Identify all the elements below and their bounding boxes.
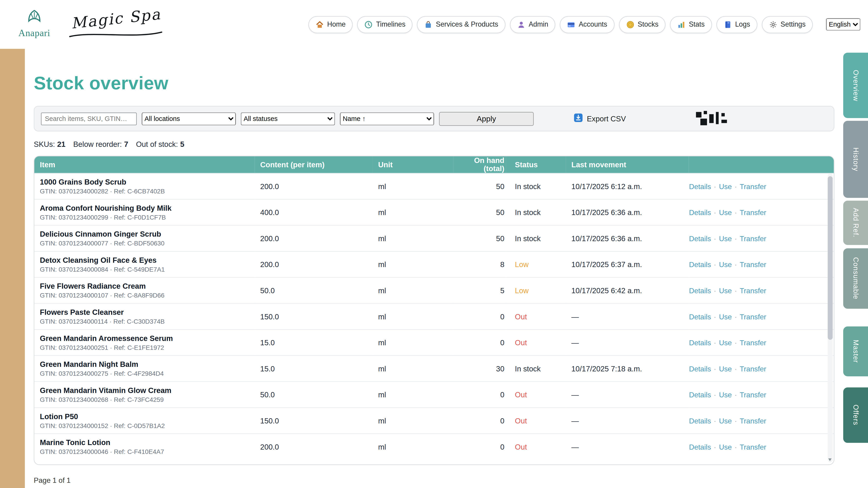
nav-item-services-products[interactable]: Services & Products — [417, 16, 505, 33]
side-tab-label: Master — [852, 340, 860, 363]
details-link[interactable]: Details — [689, 312, 711, 321]
details-link[interactable]: Details — [689, 391, 711, 399]
nav-label: Stats — [689, 21, 705, 28]
location-select[interactable]: All locations — [142, 112, 236, 125]
side-tab-history[interactable]: History — [843, 121, 868, 198]
item-last-movement: 10/17/2025 7:18 a.m. — [566, 355, 689, 382]
transfer-link[interactable]: Transfer — [740, 417, 766, 425]
filter-bar: All locations All statuses Name ↑ Apply … — [34, 106, 834, 132]
status-badge: Out — [515, 312, 527, 321]
transfer-link[interactable]: Transfer — [740, 182, 766, 191]
export-csv-button[interactable]: Export CSV — [574, 113, 626, 124]
details-link[interactable]: Details — [689, 364, 711, 373]
item-onhand: 8 — [454, 251, 506, 278]
transfer-link[interactable]: Transfer — [740, 260, 766, 269]
details-link[interactable]: Details — [689, 208, 711, 217]
nav-item-admin[interactable]: Admin — [510, 16, 555, 33]
nav-item-stats[interactable]: Stats — [670, 16, 712, 33]
action-separator: · — [714, 286, 716, 294]
status-badge: Out — [515, 391, 527, 399]
use-link[interactable]: Use — [719, 208, 732, 217]
status-badge: Out — [515, 417, 527, 425]
use-link[interactable]: Use — [719, 234, 732, 242]
details-link[interactable]: Details — [689, 339, 711, 347]
table-row: Green Mandarin Vitamin Glow Cream GTIN: … — [34, 382, 834, 408]
scrollbar-down-arrow-icon[interactable] — [828, 458, 832, 461]
status-badge: In stock — [515, 208, 540, 217]
header-actions — [689, 156, 834, 173]
use-link[interactable]: Use — [719, 391, 732, 399]
apply-button[interactable]: Apply — [439, 112, 534, 125]
item-onhand: 0 — [454, 382, 506, 408]
side-tab-master[interactable]: Master — [843, 326, 868, 376]
sort-select[interactable]: Name ↑ — [340, 112, 434, 125]
details-link[interactable]: Details — [689, 417, 711, 425]
header-onhand: On hand (total) — [454, 156, 506, 173]
transfer-link[interactable]: Transfer — [740, 312, 766, 321]
item-content: 150.0 — [255, 408, 373, 434]
item-unit: ml — [373, 434, 454, 460]
nav-item-home[interactable]: Home — [308, 16, 353, 33]
use-link[interactable]: Use — [719, 443, 732, 451]
transfer-link[interactable]: Transfer — [740, 286, 766, 294]
nav-item-settings[interactable]: Settings — [762, 16, 813, 33]
use-link[interactable]: Use — [719, 339, 732, 347]
table-row: Detox Cleansing Oil Face & Eyes GTIN: 03… — [34, 251, 834, 278]
side-tab-add-ref[interactable]: Add Ref. — [843, 201, 868, 245]
transfer-link[interactable]: Transfer — [740, 364, 766, 373]
header-last-movement: Last movement — [566, 156, 689, 173]
transfer-link[interactable]: Transfer — [740, 339, 766, 347]
side-tab-label: Consumable — [852, 257, 860, 299]
status-select[interactable]: All statuses — [241, 112, 335, 125]
item-name: Flowers Paste Cleanser — [40, 308, 255, 317]
transfer-link[interactable]: Transfer — [740, 234, 766, 242]
details-link[interactable]: Details — [689, 443, 711, 451]
action-separator: · — [735, 443, 737, 451]
details-link[interactable]: Details — [689, 260, 711, 269]
nav-item-timelines[interactable]: Timelines — [357, 16, 412, 33]
nav-item-logs[interactable]: Logs — [716, 16, 757, 33]
out-of-stock-count: Out of stock:5 — [136, 140, 184, 149]
use-link[interactable]: Use — [719, 417, 732, 425]
action-separator: · — [714, 260, 716, 269]
status-badge: In stock — [515, 182, 540, 191]
item-name: Green Mandarin Aromessence Serum — [40, 334, 255, 343]
transfer-link[interactable]: Transfer — [740, 443, 766, 451]
brand: Anapari — [13, 10, 55, 39]
action-separator: · — [714, 417, 716, 425]
use-link[interactable]: Use — [719, 364, 732, 373]
use-link[interactable]: Use — [719, 182, 732, 191]
stock-table: Item Content (per item) Unit On hand (to… — [34, 156, 834, 460]
summary-line: SKUs:21 Below reorder:7 Out of stock:5 — [34, 140, 834, 149]
transfer-link[interactable]: Transfer — [740, 208, 766, 217]
table-row: Delicious Cinnamon Ginger Scrub GTIN: 03… — [34, 225, 834, 251]
item-meta: GTIN: 03701234000282 · Ref: C-6CB7402B — [40, 188, 255, 195]
nav-item-accounts[interactable]: Accounts — [560, 16, 614, 33]
item-last-movement: — — [566, 382, 689, 408]
use-link[interactable]: Use — [719, 312, 732, 321]
item-unit: ml — [373, 329, 454, 356]
action-separator: · — [735, 339, 737, 347]
shell-logo-icon — [26, 10, 43, 27]
item-content: 400.0 — [255, 199, 373, 226]
item-content: 15.0 — [255, 355, 373, 382]
details-link[interactable]: Details — [689, 286, 711, 294]
transfer-link[interactable]: Transfer — [740, 391, 766, 399]
language-select[interactable]: English — [826, 18, 860, 30]
table-scrollbar-track[interactable] — [828, 173, 833, 462]
side-tab-offers[interactable]: Offers — [843, 387, 868, 443]
item-unit: ml — [373, 408, 454, 434]
side-tab-label: Offers — [852, 405, 860, 426]
table-scrollbar-thumb[interactable] — [828, 176, 833, 340]
search-input[interactable] — [41, 112, 137, 125]
use-link[interactable]: Use — [719, 260, 732, 269]
side-tab-overview[interactable]: Overview — [843, 53, 868, 118]
details-link[interactable]: Details — [689, 182, 711, 191]
nav-item-stocks[interactable]: Stocks — [619, 16, 666, 33]
item-unit: ml — [373, 382, 454, 408]
item-unit: ml — [373, 225, 454, 251]
details-link[interactable]: Details — [689, 234, 711, 242]
use-link[interactable]: Use — [719, 286, 732, 294]
nav-label: Admin — [529, 21, 548, 28]
side-tab-consumable[interactable]: Consumable — [843, 248, 868, 309]
